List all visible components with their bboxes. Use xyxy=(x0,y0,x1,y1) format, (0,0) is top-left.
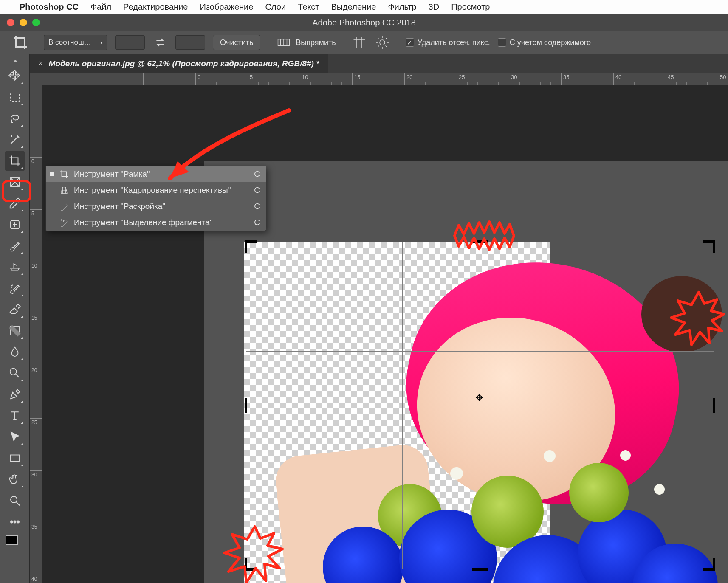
type-tool[interactable] xyxy=(5,406,25,425)
swap-dimensions-icon[interactable] xyxy=(152,35,168,50)
svg-point-11 xyxy=(17,521,19,523)
eraser-tool[interactable] xyxy=(5,300,25,319)
flyout-item-label: Инструмент "Выделение фрагмента" xyxy=(74,218,245,227)
chevron-down-icon: ▾ xyxy=(100,39,103,45)
eyedropper-tool[interactable] xyxy=(5,194,25,213)
window-close-button[interactable] xyxy=(7,19,14,26)
svg-point-8 xyxy=(11,496,17,503)
marquee-tool[interactable] xyxy=(5,87,25,107)
menu-view[interactable]: Просмотр xyxy=(451,2,490,12)
flyout-item-label: Инструмент "Рамка" xyxy=(74,169,245,179)
menu-select[interactable]: Выделение xyxy=(331,2,376,12)
crop-tool-flyout[interactable]: Инструмент "Рамка" C Инструмент "Кадриро… xyxy=(45,166,266,231)
close-tab-icon[interactable]: × xyxy=(38,59,43,68)
crop-handle-bottom[interactable] xyxy=(472,568,488,571)
traffic-lights[interactable] xyxy=(0,19,40,26)
straighten-label[interactable]: Выпрямить xyxy=(296,38,336,47)
crop-frame[interactable]: ✥ xyxy=(246,242,714,569)
menu-3d[interactable]: 3D xyxy=(429,2,440,12)
document-tab[interactable]: × Модель оригинал.jpg @ 62,1% (Просмотр … xyxy=(30,54,328,73)
menu-filter[interactable]: Фильтр xyxy=(388,2,416,12)
window-minimize-button[interactable] xyxy=(20,19,27,26)
window-zoom-button[interactable] xyxy=(32,19,40,26)
delete-cropped-checkbox[interactable] xyxy=(406,38,414,47)
aspect-ratio-dropdown[interactable]: В соотнош… ▾ xyxy=(44,35,107,50)
crop-handle-br[interactable] xyxy=(703,558,715,571)
crop-handle-tr[interactable] xyxy=(703,240,715,253)
mac-menubar[interactable]: Photoshop CC Файл Редактирование Изображ… xyxy=(0,0,728,14)
crop-tool[interactable] xyxy=(5,151,25,171)
flyout-item-slice-select[interactable]: Инструмент "Выделение фрагмента" C xyxy=(46,214,266,231)
healing-brush-tool[interactable] xyxy=(5,215,25,234)
flyout-item-shortcut: C xyxy=(250,169,260,179)
crop-handle-bl[interactable] xyxy=(245,558,257,571)
document-tab-bar: × Модель оригинал.jpg @ 62,1% (Просмотр … xyxy=(30,54,728,73)
gradient-tool[interactable] xyxy=(5,321,25,341)
crop-options-gear-icon[interactable] xyxy=(375,35,390,50)
svg-rect-2 xyxy=(11,93,19,101)
options-bar: В соотнош… ▾ Очистить Выпрямить Удалить … xyxy=(0,31,728,54)
color-swatches[interactable] xyxy=(6,535,24,549)
aspect-ratio-label: В соотнош… xyxy=(48,38,91,47)
separator xyxy=(344,34,344,51)
flyout-item-slice[interactable]: Инструмент "Раскройка" C xyxy=(46,198,266,214)
app-name[interactable]: Photoshop CC xyxy=(20,2,79,12)
straighten-icon[interactable] xyxy=(276,35,291,50)
content-aware-checkbox[interactable] xyxy=(498,38,506,47)
crop-handle-tl[interactable] xyxy=(245,240,257,253)
separator xyxy=(268,34,268,51)
vertical-ruler[interactable]: 05101520253035404550 xyxy=(30,85,42,583)
pen-tool[interactable] xyxy=(5,385,25,404)
rectangle-tool[interactable] xyxy=(5,448,25,468)
toolbox: ▸▸ xyxy=(0,54,30,583)
flyout-item-shortcut: C xyxy=(250,186,260,195)
hand-tool[interactable] xyxy=(5,470,25,489)
zoom-tool[interactable] xyxy=(5,491,25,510)
menu-file[interactable]: Файл xyxy=(90,2,111,12)
slice-icon xyxy=(59,202,69,211)
move-tool[interactable] xyxy=(5,66,25,86)
perspective-crop-icon xyxy=(59,186,69,195)
flyout-item-crop[interactable]: Инструмент "Рамка" C xyxy=(46,166,266,182)
document-tab-title: Модель оригинал.jpg @ 62,1% (Просмотр ка… xyxy=(49,59,319,68)
separator xyxy=(36,34,36,51)
svg-point-6 xyxy=(10,369,16,375)
flyout-item-label: Инструмент "Кадрирование перспективы" xyxy=(74,186,245,195)
dodge-tool[interactable] xyxy=(5,363,25,383)
crop-overlay-grid-icon[interactable] xyxy=(352,35,367,50)
edit-toolbar-button[interactable] xyxy=(5,512,25,532)
toolbox-collapse-chevron-icon[interactable]: ▸▸ xyxy=(0,56,30,65)
menu-type[interactable]: Текст xyxy=(298,2,319,12)
flyout-item-label: Инструмент "Раскройка" xyxy=(74,202,245,211)
horizontal-ruler[interactable]: 051015202530354045505560 xyxy=(30,73,728,85)
canvas[interactable]: ✥ Инструмент "Рамка" C Инструмент "Кадри… xyxy=(42,85,728,583)
menu-edit[interactable]: Редактирование xyxy=(123,2,188,12)
blur-tool[interactable] xyxy=(5,342,25,362)
content-aware-checkbox-row[interactable]: С учетом содержимого xyxy=(498,38,591,47)
svg-point-9 xyxy=(11,521,13,523)
history-brush-tool[interactable] xyxy=(5,279,25,298)
content-aware-label: С учетом содержимого xyxy=(510,38,591,47)
crop-height-input[interactable] xyxy=(175,35,205,50)
active-tool-indicator-icon xyxy=(13,35,28,50)
flyout-item-shortcut: C xyxy=(250,202,260,211)
frame-tool[interactable] xyxy=(5,172,25,192)
crop-handle-right[interactable] xyxy=(713,398,715,413)
clone-stamp-tool[interactable] xyxy=(5,257,25,277)
flyout-item-perspective-crop[interactable]: Инструмент "Кадрирование перспективы" C xyxy=(46,182,266,198)
separator xyxy=(398,34,398,51)
brush-tool[interactable] xyxy=(5,236,25,256)
window-titlebar: Adobe Photoshop CC 2018 xyxy=(0,14,728,31)
crop-icon xyxy=(59,169,69,179)
menu-image[interactable]: Изображение xyxy=(200,2,253,12)
crop-handle-top[interactable] xyxy=(472,240,488,243)
svg-rect-7 xyxy=(11,455,19,462)
direct-select-tool[interactable] xyxy=(5,427,25,447)
crop-width-input[interactable] xyxy=(115,35,145,50)
delete-cropped-checkbox-row[interactable]: Удалить отсеч. пикс. xyxy=(406,38,490,47)
clear-crop-button[interactable]: Очистить xyxy=(213,35,260,50)
menu-layer[interactable]: Слои xyxy=(265,2,286,12)
magic-wand-tool[interactable] xyxy=(5,130,25,149)
lasso-tool[interactable] xyxy=(5,109,25,128)
crop-handle-left[interactable] xyxy=(245,398,247,413)
